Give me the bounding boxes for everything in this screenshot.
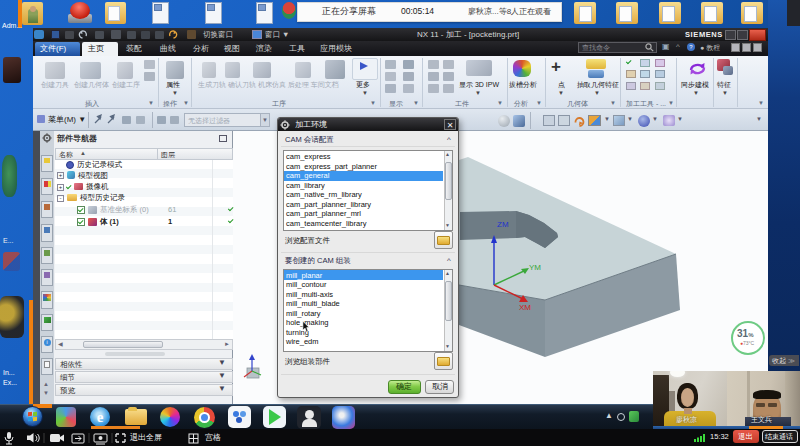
svg-text:YM: YM [529,263,541,272]
svg-text:ZM: ZM [497,220,509,229]
svg-text:XM: XM [519,303,531,312]
